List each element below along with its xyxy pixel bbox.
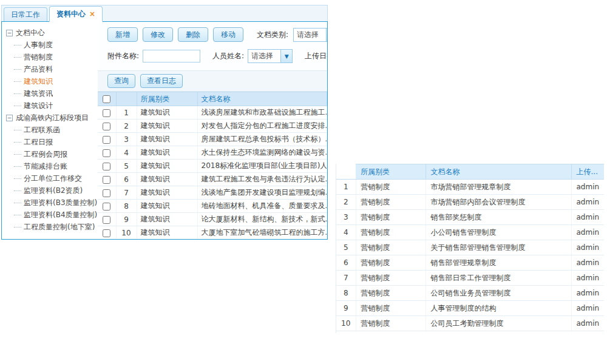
- add-button[interactable]: 新增: [107, 27, 138, 42]
- row-doc-name: 论大厦新材料、新结构、新技术，新式...: [197, 213, 327, 226]
- table-row[interactable]: 2 建筑知识 对发包人指定分包的工程施工进度安排...: [98, 120, 327, 133]
- table-row[interactable]: 9 营销制度 人事管理制度的结构 admin: [336, 301, 604, 316]
- tree-node-hr-policy[interactable]: 人事制度: [6, 39, 98, 51]
- row-doc-name: 浅谈地产集团开发建设项目监理规划编...: [197, 186, 327, 200]
- row-doc-name: 大厦地下室加气砼墙砌筑工程的施工方...: [197, 226, 327, 240]
- tree-node-construction-knowledge[interactable]: 建筑知识: [6, 75, 98, 87]
- category-tree: − 文档中心 人事制度 营销制度 产品资料 建筑知识 建筑资讯: [2, 22, 98, 239]
- row-checkbox[interactable]: [103, 149, 110, 157]
- close-tab-icon[interactable]: ×: [89, 8, 95, 21]
- row-number: 7: [336, 271, 356, 286]
- row-checkbox[interactable]: [103, 216, 110, 224]
- row-uploader: admin: [571, 286, 604, 301]
- tree-node-railway-project[interactable]: − 成渝高铁内江标段项目: [6, 112, 98, 124]
- tree-node-weekly-meeting[interactable]: 工程例会周报: [6, 148, 98, 160]
- tree-node-supervision-b2[interactable]: 监理资料(B2资质): [6, 184, 98, 197]
- row-checkbox[interactable]: [103, 163, 110, 170]
- row-checkbox[interactable]: [103, 123, 110, 130]
- table-row[interactable]: 6 建筑知识 建筑工程施工发包与承包违法行为认定...: [98, 173, 327, 186]
- table-row[interactable]: 10 建筑知识 大厦地下室加气砼墙砌筑工程的施工方...: [98, 226, 327, 240]
- tree-node-label: 建筑知识: [24, 75, 53, 87]
- table-header-row: 所属别类 文档名称: [98, 92, 327, 106]
- tree-node-daily-report[interactable]: 工程日报: [6, 136, 98, 148]
- query-button[interactable]: 查询: [107, 74, 135, 88]
- table-row[interactable]: 5 营销制度 关于销售部管理销售管理制度 admin: [336, 240, 604, 255]
- attachment-name-label: 附件名称:: [107, 51, 139, 61]
- number-column-header: [336, 164, 356, 180]
- attachment-name-input[interactable]: [143, 50, 200, 62]
- doc-category-select[interactable]: 请选择 ▼: [293, 28, 327, 42]
- row-checkbox[interactable]: [103, 176, 110, 184]
- row-category: 建筑知识: [137, 173, 197, 186]
- table-row[interactable]: 9 建筑知识 论大厦新材料、新结构、新技术，新式...: [98, 213, 327, 226]
- table-row[interactable]: 5 建筑知识 2018标准化监理项目部(业主项目部)人员...: [98, 160, 327, 173]
- marketing-documents-table: 所属别类 文档名称 上传... 1 营销制度 市场营销部管理规章制度 admin…: [336, 164, 604, 331]
- tree-node-label: 工程质量控制(地下室): [24, 221, 95, 233]
- tab-daily-work-label: 日常工作: [11, 8, 40, 21]
- table-row[interactable]: 1 营销制度 市场营销部管理规章制度 admin: [336, 180, 604, 195]
- tree-node-supervision-b3[interactable]: 监理资料(B3质量控制): [6, 197, 98, 209]
- tree-node-quality-basement[interactable]: 工程质量控制(地下室): [6, 221, 98, 233]
- tree-node-work-handover[interactable]: 分工单位工作移交: [6, 172, 98, 184]
- tab-data-center[interactable]: 资料中心 ×: [49, 6, 103, 22]
- edit-button[interactable]: 修改: [143, 27, 173, 42]
- tree-connector: [14, 203, 21, 203]
- collapse-icon[interactable]: −: [6, 30, 13, 36]
- table-row[interactable]: 2 营销制度 市场营销部内部会议管理制度 admin: [336, 195, 604, 210]
- tree-node-energy-ledger[interactable]: 节能减排台账: [6, 160, 98, 172]
- select-all-checkbox[interactable]: [103, 95, 110, 103]
- toolbar-filters: 附件名称: 人员姓名: 请选择 ▼ 上传日期: [98, 42, 327, 63]
- table-row[interactable]: 4 建筑知识 水土保持生态环境监测网络的建设与资...: [98, 146, 327, 160]
- row-category: 营销制度: [356, 225, 426, 240]
- row-number: 9: [336, 301, 356, 316]
- table-row[interactable]: 3 建筑知识 房屋建筑工程总承包投标书（技术标）...: [98, 133, 327, 146]
- table-row[interactable]: 8 营销制度 公司销售业务员管理制度 admin: [336, 286, 604, 301]
- row-category: 建筑知识: [137, 213, 197, 226]
- person-name-select[interactable]: 请选择 ▼: [248, 49, 293, 63]
- tab-data-center-label: 资料中心: [56, 8, 86, 21]
- chevron-down-icon[interactable]: ▼: [326, 29, 327, 41]
- table-row[interactable]: 8 建筑知识 地砖地面材料、机具准备、质量要求及...: [98, 200, 327, 213]
- tree-connector: [14, 93, 21, 94]
- row-number: 9: [116, 213, 137, 226]
- tree-node-label: 节能减排台账: [24, 160, 67, 172]
- tree-node-supervision-b4[interactable]: 监理资料(B4质量控制): [6, 209, 98, 221]
- row-checkbox[interactable]: [103, 109, 110, 117]
- document-table: 所属别类 文档名称 1 建筑知识 浅谈房屋建筑和市政基础设施工程施工... 2: [98, 92, 327, 239]
- table-row[interactable]: 10 营销制度 公司员工考勤管理制度 admin: [336, 316, 604, 331]
- row-checkbox[interactable]: [103, 189, 110, 197]
- tree-node-label: 工程日报: [24, 136, 53, 148]
- row-checkbox[interactable]: [103, 229, 110, 237]
- collapse-icon[interactable]: −: [6, 115, 13, 121]
- tree-node-construction-news[interactable]: 建筑资讯: [6, 87, 98, 99]
- chevron-down-icon[interactable]: ▼: [280, 50, 292, 62]
- table-row[interactable]: 1 建筑知识 浅谈房屋建筑和市政基础设施工程施工...: [98, 106, 327, 120]
- view-log-button[interactable]: 查看日志: [140, 74, 183, 88]
- table-row[interactable]: 4 营销制度 小公司销售管理制度 admin: [336, 225, 604, 240]
- delete-button[interactable]: 删除: [178, 27, 208, 42]
- tree-node-label: 产品资料: [24, 63, 53, 75]
- tree-connector: [14, 45, 21, 46]
- move-button[interactable]: 移动: [213, 27, 243, 42]
- table-row[interactable]: 7 建筑知识 浅谈地产集团开发建设项目监理规划编...: [98, 186, 327, 200]
- table-row[interactable]: 3 营销制度 销售部奖惩制度 admin: [336, 210, 604, 225]
- row-doc-name: 市场营销部内部会议管理制度: [426, 195, 571, 210]
- tree-node-marketing-policy[interactable]: 营销制度: [6, 51, 98, 63]
- row-doc-name: 销售部日常工作管理制度: [426, 271, 571, 286]
- tree-node-document-center[interactable]: − 文档中心: [6, 27, 98, 39]
- tree-node-construction-design[interactable]: 建筑设计: [6, 99, 98, 112]
- row-checkbox[interactable]: [103, 203, 110, 211]
- category-column-header: 所属别类: [356, 164, 426, 180]
- row-uploader: admin: [571, 255, 604, 271]
- table-header-row: 所属别类 文档名称 上传...: [336, 164, 604, 180]
- tree-node-contact-letter[interactable]: 工程联系函: [6, 124, 98, 136]
- tab-daily-work[interactable]: 日常工作: [4, 7, 47, 21]
- row-number: 5: [336, 240, 356, 255]
- tree-node-label: 建筑设计: [24, 99, 53, 112]
- table-row[interactable]: 6 营销制度 销售部管理规章制度 admin: [336, 255, 604, 271]
- row-doc-name: 地砖地面材料、机具准备、质量要求及...: [197, 200, 327, 213]
- row-number: 4: [336, 225, 356, 240]
- row-checkbox[interactable]: [103, 136, 110, 144]
- table-row[interactable]: 7 营销制度 销售部日常工作管理制度 admin: [336, 271, 604, 286]
- tree-node-product-info[interactable]: 产品资料: [6, 63, 98, 75]
